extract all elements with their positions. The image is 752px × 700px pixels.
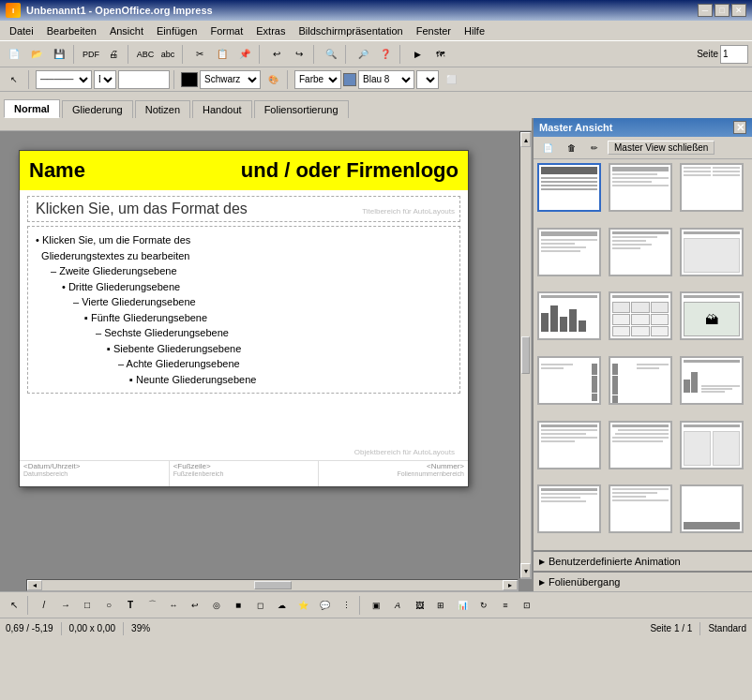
line-style-select[interactable]: ───── [36, 70, 92, 89]
master-view-close-icon[interactable]: ✕ [733, 121, 746, 134]
layout-thumb-18[interactable] [680, 484, 744, 533]
menu-item-ansicht[interactable]: Ansicht [104, 23, 149, 38]
slide-canvas[interactable]: Name und / oder Firmenlogo Klicken Sie, … [19, 150, 469, 487]
layout-thumb-17[interactable] [609, 484, 672, 533]
slide-content[interactable]: • Klicken Sie, um die Formate des Gliede… [27, 226, 460, 394]
navigator-button[interactable]: 🗺 [429, 44, 450, 65]
layout-thumb-6[interactable] [680, 228, 744, 276]
scroll-up-btn[interactable]: ▴ [520, 132, 531, 147]
vertical-scrollbar[interactable]: ▴ ▾ [519, 131, 532, 579]
layout-thumb-4[interactable] [537, 228, 601, 276]
paste-button[interactable]: 📌 [234, 44, 255, 65]
line-color-box[interactable] [181, 72, 198, 87]
menu-item-format[interactable]: Format [204, 23, 248, 38]
layout-thumb-12[interactable] [680, 356, 744, 405]
flowchart-tool[interactable]: ■ [228, 595, 248, 616]
select-tool[interactable]: ↖ [4, 595, 24, 616]
fontwork-btn[interactable]: A [387, 595, 408, 616]
close-button[interactable]: ✕ [731, 4, 746, 17]
layout-thumb-1[interactable] [537, 163, 601, 212]
fill-color-box[interactable] [343, 73, 356, 86]
maximize-button[interactable]: □ [714, 4, 729, 17]
master-delete-btn[interactable]: 🗑 [561, 138, 581, 158]
color-picker-button[interactable]: 🎨 [263, 69, 283, 90]
layout-thumb-16[interactable] [537, 484, 601, 533]
copy-button[interactable]: 📋 [212, 44, 233, 65]
menu-item-bildschirm[interactable]: Bildschirmpräsentation [293, 23, 408, 38]
ellipse-tool[interactable]: ○ [98, 595, 119, 616]
master-view-close-button[interactable]: Master View schließen [608, 141, 714, 155]
layout-thumb-5[interactable] [609, 228, 672, 276]
master-new-btn[interactable]: 📄 [537, 138, 558, 158]
tab-handout[interactable]: Handout [192, 100, 252, 118]
zoom-button[interactable]: 🔎 [353, 44, 373, 65]
rotate-btn[interactable]: ↻ [474, 595, 494, 616]
menu-item-extras[interactable]: Extras [250, 23, 291, 38]
redo-button[interactable]: ↪ [289, 44, 309, 65]
fill-color-select[interactable]: Blau 8 [358, 70, 414, 89]
stars-banners[interactable]: ⭐ [293, 595, 313, 616]
tab-normal[interactable]: Normal [4, 99, 60, 118]
callout-tool[interactable]: ↩ [185, 595, 205, 616]
slide-title[interactable]: Klicken Sie, um das Format des Titelbere… [27, 196, 460, 222]
insert-chart-btn[interactable]: 📊 [452, 595, 473, 616]
group-btn[interactable]: ⊡ [517, 595, 537, 616]
layout-thumb-7[interactable] [537, 291, 601, 340]
spellcheck-button[interactable]: ABC [135, 44, 156, 65]
layout-thumb-2[interactable] [609, 163, 672, 212]
mode-button[interactable]: ↖ [4, 69, 24, 90]
scroll-down-btn[interactable]: ▾ [520, 563, 531, 578]
callout-shapes[interactable]: 💬 [314, 595, 335, 616]
symbol-shapes[interactable]: ☁ [271, 595, 292, 616]
menu-item-fenster[interactable]: Fenster [411, 23, 457, 38]
fill-type-select[interactable]: Farbe [294, 70, 341, 89]
layout-thumb-14[interactable] [609, 421, 672, 469]
minimize-button[interactable]: ─ [698, 4, 713, 17]
presentation-button[interactable]: ▶ [407, 44, 428, 65]
arrow-style-select[interactable]: D [94, 70, 116, 89]
arrow-tool[interactable]: → [55, 595, 76, 616]
menu-item-datei[interactable]: Datei [4, 23, 39, 38]
more-shapes[interactable]: ⋮ [336, 595, 356, 616]
cut-button[interactable]: ✂ [189, 44, 210, 65]
rect-tool[interactable]: □ [77, 595, 98, 616]
undo-button[interactable]: ↩ [266, 44, 287, 65]
animation-panel[interactable]: ▶ Benutzerdefinierte Animation [534, 550, 752, 571]
menu-item-hilfe[interactable]: Hilfe [459, 23, 490, 38]
basic-shapes[interactable]: ◻ [249, 595, 270, 616]
layout-thumb-8[interactable] [609, 291, 672, 340]
print-button[interactable]: 🖨 [103, 44, 124, 65]
connector-tool[interactable]: ↔ [163, 595, 184, 616]
curve-tool[interactable]: ⌒ [142, 595, 162, 616]
scroll-left-btn[interactable]: ◂ [27, 580, 42, 590]
layout-thumb-15[interactable] [680, 421, 744, 469]
new-button[interactable]: 📄 [4, 44, 24, 65]
page-input[interactable] [720, 45, 748, 64]
insert-table-btn[interactable]: ⊞ [430, 595, 451, 616]
master-rename-btn[interactable]: ✏ [584, 138, 605, 158]
tab-foliensortierung[interactable]: Foliensortierung [254, 100, 349, 118]
fill-color-dropdown[interactable]: ▼ [416, 70, 439, 89]
scroll-right-btn[interactable]: ▸ [503, 580, 518, 590]
horizontal-scrollbar[interactable]: ◂ ▸ [26, 579, 519, 591]
align-btn[interactable]: ≡ [495, 595, 516, 616]
save-button[interactable]: 💾 [49, 44, 69, 65]
line-width-input[interactable]: 0,00cm [118, 70, 170, 89]
line-tool[interactable]: / [34, 595, 54, 616]
transition-panel[interactable]: ▶ Folienübergang [534, 571, 752, 591]
menu-item-einfuegen[interactable]: Einfügen [151, 23, 203, 38]
open-button[interactable]: 📂 [26, 44, 47, 65]
line-color-select[interactable]: Schwarz [200, 70, 261, 89]
help-button[interactable]: ❓ [375, 44, 396, 65]
layout-thumb-3[interactable] [680, 163, 744, 212]
layout-thumb-11[interactable] [609, 356, 672, 405]
fill-action-button[interactable]: ⬜ [441, 69, 461, 90]
layout-thumb-10[interactable] [537, 356, 601, 405]
tab-notizen[interactable]: Notizen [135, 100, 190, 118]
menu-item-bearbeiten[interactable]: Bearbeiten [41, 23, 102, 38]
autocorrect-button[interactable]: abc [158, 44, 178, 65]
shadow-btn[interactable]: ▣ [366, 595, 386, 616]
3d-tool[interactable]: ◎ [206, 595, 227, 616]
layout-thumb-13[interactable] [537, 421, 601, 469]
export-pdf-button[interactable]: PDF [81, 44, 101, 65]
